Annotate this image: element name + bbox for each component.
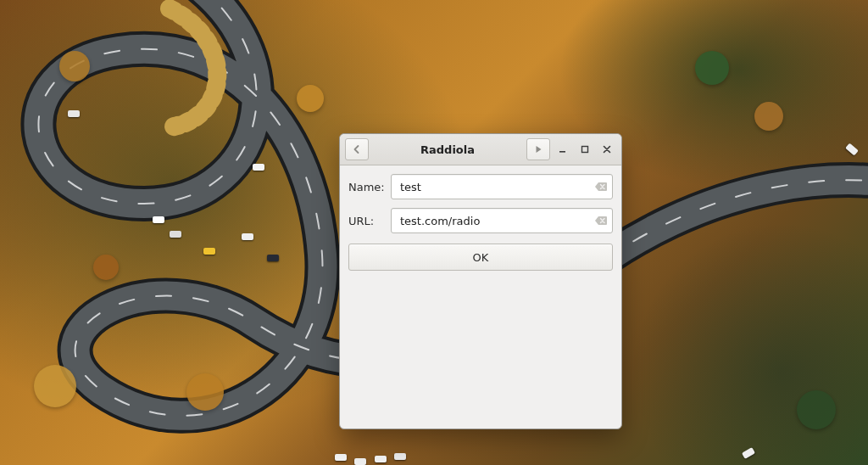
clear-name-icon[interactable] xyxy=(593,180,609,193)
back-button[interactable] xyxy=(345,138,369,160)
svg-rect-0 xyxy=(559,151,565,153)
svg-rect-1 xyxy=(582,147,588,153)
close-button[interactable] xyxy=(598,139,616,160)
ok-button[interactable]: OK xyxy=(348,244,613,271)
minimize-button[interactable] xyxy=(554,139,572,160)
form-content: Name: URL: OK xyxy=(340,165,621,279)
url-input[interactable] xyxy=(398,214,590,228)
name-label: Name: xyxy=(348,181,384,193)
name-row: Name: xyxy=(348,174,613,199)
window-title: Raddiola xyxy=(372,143,523,156)
name-input[interactable] xyxy=(398,180,590,194)
titlebar[interactable]: Raddiola xyxy=(340,134,621,165)
url-entry[interactable] xyxy=(391,208,613,233)
maximize-button[interactable] xyxy=(576,139,594,160)
url-label: URL: xyxy=(348,215,384,227)
ok-button-label: OK xyxy=(473,251,489,264)
play-button[interactable] xyxy=(526,138,550,160)
name-entry[interactable] xyxy=(391,174,613,199)
raddiola-window: Raddiola Name: URL: xyxy=(339,133,622,429)
url-row: URL: xyxy=(348,208,613,233)
clear-url-icon[interactable] xyxy=(593,214,609,227)
